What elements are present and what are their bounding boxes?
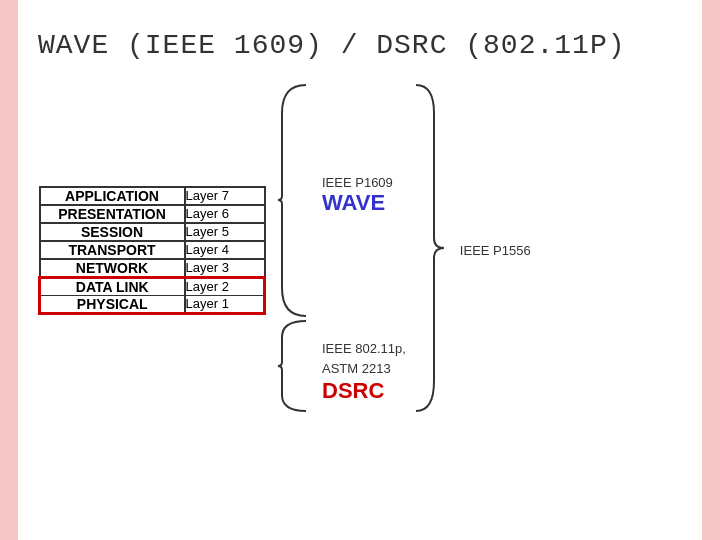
- layer-name-text: NETWORK: [76, 260, 148, 276]
- layer-num-text: Layer 6: [186, 206, 229, 221]
- layer-name-cell: PHYSICAL: [40, 295, 185, 313]
- layer-num-cell: Layer 5: [185, 223, 265, 241]
- osi-table: APPLICATIONLayer 7PRESENTATIONLayer 6SES…: [38, 186, 266, 315]
- layer-num-text: Layer 4: [186, 242, 229, 257]
- main-content: WAVE (IEEE 1609) / DSRC (802.11P) APPLIC…: [18, 0, 702, 540]
- layer-name-text: PRESENTATION: [58, 206, 166, 222]
- layer-name-text: PHYSICAL: [77, 296, 148, 312]
- layer-num-text: Layer 2: [186, 279, 229, 294]
- ieee-p1609-label: IEEE P1609: [322, 175, 406, 190]
- layer-num-text: Layer 1: [186, 296, 229, 311]
- layer-num-cell: Layer 3: [185, 259, 265, 278]
- ieee-802-label: IEEE 802.11p,ASTM 2213: [322, 339, 406, 378]
- table-row: TRANSPORTLayer 4: [40, 241, 265, 259]
- layer-num-text: Layer 7: [186, 188, 229, 203]
- ieee-p1556-bracket-svg: [414, 83, 454, 413]
- table-row: NETWORKLayer 3: [40, 259, 265, 278]
- table-row: PHYSICALLayer 1: [40, 295, 265, 313]
- left-border: [0, 0, 18, 540]
- right-border: [702, 0, 720, 540]
- ieee-p1556-label: IEEE P1556: [460, 243, 531, 258]
- layer-name-text: APPLICATION: [65, 188, 159, 204]
- layer-num-cell: Layer 7: [185, 187, 265, 205]
- wave-bracket-svg: [276, 83, 316, 413]
- layer-name-cell: APPLICATION: [40, 187, 185, 205]
- table-row: DATA LINKLayer 2: [40, 277, 265, 295]
- layer-name-text: SESSION: [81, 224, 143, 240]
- layer-num-text: Layer 5: [186, 224, 229, 239]
- layer-num-cell: Layer 2: [185, 277, 265, 295]
- table-row: SESSIONLayer 5: [40, 223, 265, 241]
- layer-name-cell: DATA LINK: [40, 277, 185, 295]
- layer-name-cell: SESSION: [40, 223, 185, 241]
- table-row: APPLICATIONLayer 7: [40, 187, 265, 205]
- layer-name-cell: PRESENTATION: [40, 205, 185, 223]
- layer-num-cell: Layer 6: [185, 205, 265, 223]
- layer-name-text: DATA LINK: [76, 279, 149, 295]
- layer-num-text: Layer 3: [186, 260, 229, 275]
- layer-num-cell: Layer 4: [185, 241, 265, 259]
- wave-label: WAVE: [322, 190, 406, 216]
- layer-num-cell: Layer 1: [185, 295, 265, 313]
- diagram-area: APPLICATIONLayer 7PRESENTATIONLayer 6SES…: [38, 83, 682, 417]
- layer-name-cell: TRANSPORT: [40, 241, 185, 259]
- table-row: PRESENTATIONLayer 6: [40, 205, 265, 223]
- layer-name-cell: NETWORK: [40, 259, 185, 278]
- dsrc-label: DSRC: [322, 378, 406, 404]
- layer-name-text: TRANSPORT: [68, 242, 155, 258]
- page-title: WAVE (IEEE 1609) / DSRC (802.11P): [38, 30, 682, 61]
